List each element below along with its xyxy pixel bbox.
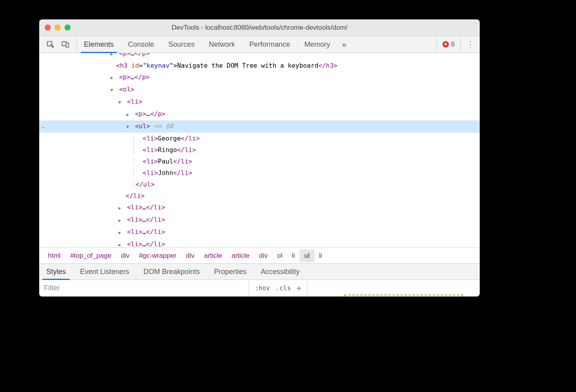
- crumb-ol[interactable]: ol: [273, 249, 287, 262]
- dom-line-selected[interactable]: …▼ <ul> == $0: [39, 120, 480, 133]
- traffic-lights: [45, 25, 71, 30]
- dom-line[interactable]: <li>George</li>: [39, 133, 480, 144]
- subtab-dom-breakpoints[interactable]: DOM Breakpoints: [136, 264, 207, 280]
- subtab-accessibility[interactable]: Accessibility: [254, 264, 307, 280]
- crumb-article[interactable]: article: [199, 249, 227, 262]
- dom-breadcrumb: html #top_of_page div #gc-wrapper div ar…: [39, 247, 480, 263]
- tab-console[interactable]: Console: [121, 36, 161, 53]
- dom-line[interactable]: ▶ <li>…</li>: [39, 214, 480, 226]
- crumb-div[interactable]: div: [181, 249, 199, 262]
- svg-rect-2: [66, 43, 69, 48]
- dom-line[interactable]: ▶ <p>…</p>: [39, 71, 480, 84]
- error-count: 6: [451, 40, 455, 48]
- tab-sources[interactable]: Sources: [161, 36, 202, 53]
- dom-line[interactable]: ▶ <p>…</p>: [39, 53, 480, 60]
- inspect-tools: [39, 36, 77, 53]
- new-style-rule-button[interactable]: +: [296, 283, 301, 293]
- dom-line[interactable]: <li>John</li>: [39, 167, 480, 179]
- crumb-li[interactable]: li: [287, 249, 300, 262]
- device-toolbar-icon[interactable]: [61, 40, 69, 48]
- tab-performance[interactable]: Performance: [242, 36, 297, 53]
- cls-toggle-button[interactable]: .cls: [276, 284, 291, 292]
- subtab-event-listeners[interactable]: Event Listeners: [73, 264, 136, 280]
- crumb-article[interactable]: article: [227, 249, 254, 262]
- dom-line[interactable]: ▶ <li>…</li>: [39, 238, 480, 247]
- styles-toggle-buttons: :hov .cls +: [249, 280, 307, 296]
- dom-line[interactable]: ▶ <p>…</p>: [39, 108, 480, 120]
- crumb-ul-selected[interactable]: ul: [299, 249, 314, 262]
- crumb-li[interactable]: li: [315, 249, 327, 262]
- dom-line[interactable]: </li>: [39, 190, 480, 202]
- zoom-window-button[interactable]: [65, 25, 71, 30]
- window-title: DevTools - localhost:8080/web/tools/chro…: [39, 24, 480, 32]
- crumb-gc-wrapper[interactable]: #gc-wrapper: [134, 249, 181, 262]
- inspect-element-icon[interactable]: [46, 40, 54, 48]
- styles-preview-area: [307, 280, 480, 296]
- subtab-styles[interactable]: Styles: [39, 264, 73, 280]
- devtools-window: DevTools - localhost:8080/web/tools/chro…: [39, 19, 480, 297]
- error-indicator[interactable]: ✕ 6: [437, 36, 460, 53]
- crumb-div[interactable]: div: [254, 249, 273, 262]
- crumb-top-of-page[interactable]: #top_of_page: [65, 249, 116, 262]
- crumb-html[interactable]: html: [43, 249, 65, 262]
- hov-toggle-button[interactable]: :hov: [255, 284, 270, 292]
- dom-line[interactable]: ▼ <ol>: [39, 84, 480, 96]
- box-model-margin-indicator: [344, 295, 463, 297]
- dom-line[interactable]: <h3 id="keynav">Navigate the DOM Tree wi…: [39, 60, 480, 71]
- titlebar: DevTools - localhost:8080/web/tools/chro…: [39, 19, 480, 36]
- tab-memory[interactable]: Memory: [297, 36, 337, 53]
- styles-toolbar: :hov .cls +: [39, 280, 480, 297]
- devtools-toolbar: Elements Console Sources Network Perform…: [39, 36, 480, 53]
- panel-tabs: Elements Console Sources Network Perform…: [77, 36, 437, 53]
- close-window-button[interactable]: [45, 25, 51, 30]
- styles-subtabs: Styles Event Listeners DOM Breakpoints P…: [39, 263, 480, 280]
- dom-line[interactable]: ▶ <li>…</li>: [39, 202, 480, 214]
- tab-network[interactable]: Network: [202, 36, 242, 53]
- settings-menu-button[interactable]: ⋮: [460, 36, 480, 53]
- styles-filter-input[interactable]: [39, 280, 249, 296]
- dom-line[interactable]: </ul>: [39, 179, 480, 190]
- minimize-window-button[interactable]: [55, 25, 61, 30]
- crumb-div[interactable]: div: [116, 249, 134, 262]
- dom-line[interactable]: ▼ <li>: [39, 96, 480, 108]
- elements-panel: ▶ <p>…</p> <h3 id="keynav">Navigate the …: [39, 53, 480, 247]
- gutter-ellipsis-icon[interactable]: …: [39, 120, 47, 133]
- error-icon: ✕: [442, 41, 449, 48]
- dom-line[interactable]: <li>Ringo</li>: [39, 144, 480, 156]
- subtab-properties[interactable]: Properties: [207, 264, 254, 280]
- dom-tree[interactable]: ▶ <p>…</p> <h3 id="keynav">Navigate the …: [39, 53, 480, 247]
- dom-line[interactable]: <li>Paul</li>: [39, 156, 480, 167]
- tab-elements[interactable]: Elements: [77, 36, 121, 53]
- more-tabs-button[interactable]: »: [337, 40, 351, 49]
- dom-line[interactable]: ▶ <li>…</li>: [39, 226, 480, 238]
